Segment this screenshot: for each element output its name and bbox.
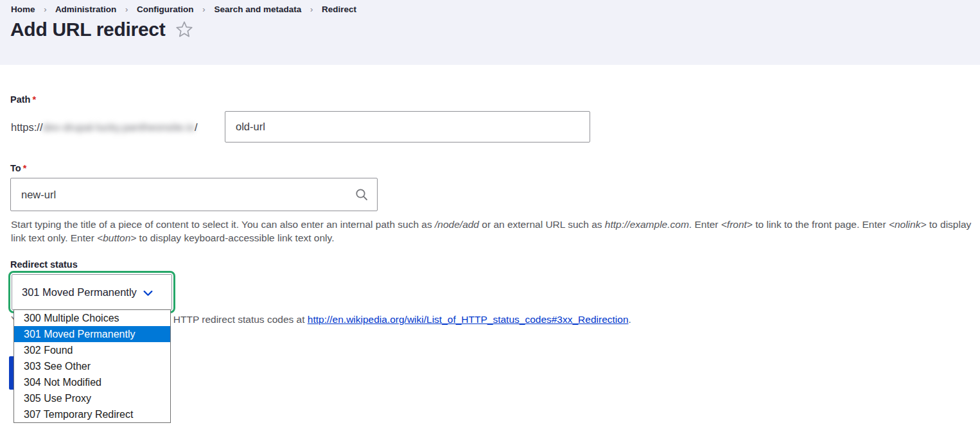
url-host-blurred: dev-drupal-lucky.pantheonsite.io xyxy=(43,121,195,133)
url-slash-text: / xyxy=(195,121,198,133)
description-italic: <front> xyxy=(721,219,753,230)
redirect-status-label: Redirect status xyxy=(10,259,78,270)
breadcrumb-configuration[interactable]: Configuration xyxy=(137,4,193,14)
status-description-period: . xyxy=(629,314,631,325)
description-italic: <nolink> xyxy=(889,219,927,230)
page-title: Add URL redirect xyxy=(10,19,165,40)
chevron-down-icon xyxy=(143,288,153,298)
breadcrumb-separator: › xyxy=(310,4,313,14)
dropdown-option-301[interactable]: 301 Moved Permanently xyxy=(14,326,170,342)
redirect-status-select[interactable]: 301 Moved Permanently xyxy=(12,274,172,310)
description-text: . Enter xyxy=(689,219,721,230)
description-text: or an external URL such as xyxy=(479,219,605,230)
dropdown-option-305[interactable]: 305 Use Proxy xyxy=(14,390,170,406)
description-italic: <button> xyxy=(97,232,136,243)
breadcrumb-administration[interactable]: Administration xyxy=(55,4,116,14)
redirect-status-dropdown-list: 300 Multiple Choices 301 Moved Permanent… xyxy=(13,309,171,423)
required-asterisk: * xyxy=(23,163,27,173)
wikipedia-status-codes-link[interactable]: http://en.wikipedia.org/wiki/List_of_HTT… xyxy=(308,314,629,325)
path-url-prefix: https://dev-drupal-lucky.pantheonsite.io… xyxy=(11,121,197,134)
dropdown-option-303[interactable]: 303 See Other xyxy=(14,358,170,374)
breadcrumb: Home › Administration › Configuration › … xyxy=(11,4,356,14)
breadcrumb-separator: › xyxy=(125,4,128,14)
description-text: to link to the front page. Enter xyxy=(753,219,889,230)
breadcrumb-separator: › xyxy=(202,4,205,14)
description-italic: /node/add xyxy=(435,219,479,230)
breadcrumb-separator: › xyxy=(44,4,46,14)
dropdown-option-304[interactable]: 304 Not Modified xyxy=(14,374,170,390)
path-label-text: Path xyxy=(10,94,30,105)
to-field-label: To* xyxy=(10,163,26,173)
description-text: Start typing the title of a piece of con… xyxy=(11,219,435,230)
page-header: Home › Administration › Configuration › … xyxy=(0,0,980,65)
dropdown-option-300[interactable]: 300 Multiple Choices xyxy=(14,310,170,326)
to-label-text: To xyxy=(10,163,21,173)
favorite-star-icon[interactable] xyxy=(174,19,195,40)
breadcrumb-redirect: Redirect xyxy=(322,4,356,14)
selected-option-text: 301 Moved Permanently xyxy=(22,286,137,298)
url-scheme-text: https:// xyxy=(11,121,43,133)
dropdown-option-307[interactable]: 307 Temporary Redirect xyxy=(14,406,170,422)
path-field-label: Path* xyxy=(10,94,36,105)
dropdown-option-302[interactable]: 302 Found xyxy=(14,342,170,358)
path-input[interactable] xyxy=(225,111,590,143)
to-input[interactable] xyxy=(10,178,378,211)
to-input-wrapper xyxy=(10,178,378,211)
breadcrumb-search-and-metadata[interactable]: Search and metadata xyxy=(214,4,301,14)
redirect-status-select-focus-ring: 301 Moved Permanently xyxy=(8,271,175,313)
required-asterisk: * xyxy=(32,94,36,105)
description-italic: http://example.com xyxy=(605,219,689,230)
description-text: to display keyboard-accessible link text… xyxy=(136,232,334,243)
breadcrumb-home[interactable]: Home xyxy=(11,4,35,14)
to-field-description: Start typing the title of a piece of con… xyxy=(11,218,973,245)
